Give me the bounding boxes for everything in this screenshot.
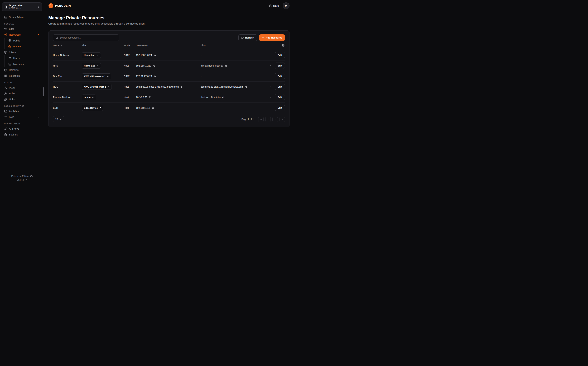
edit-button[interactable]: Edit: [275, 73, 285, 79]
row-menu-button[interactable]: [269, 107, 272, 109]
last-page-button[interactable]: [279, 117, 285, 122]
resource-name: Home Network: [53, 54, 82, 56]
avatar-initial: M: [285, 4, 287, 7]
site-link[interactable]: Office: [82, 94, 96, 100]
copy-icon[interactable]: [153, 64, 155, 67]
row-menu-button[interactable]: [269, 64, 272, 67]
sidebar: Organization ACME Corp. Server Admin Gen…: [0, 0, 44, 183]
column-header-site: Site: [82, 44, 124, 47]
sidebar-item-domains[interactable]: Domains: [2, 67, 42, 73]
sidebar-item-clients[interactable]: Clients: [2, 49, 42, 55]
sidebar-item-logs[interactable]: Logs: [2, 114, 42, 120]
prev-page-button[interactable]: [265, 117, 271, 122]
column-header-destination: Destination: [136, 44, 201, 47]
theme-toggle[interactable]: Dark: [269, 4, 279, 7]
resource-alias: mynas.home.internal: [201, 64, 223, 67]
sidebar-item-links[interactable]: Links: [2, 96, 42, 102]
row-menu-button[interactable]: [269, 54, 272, 56]
column-header-name[interactable]: Name: [53, 44, 82, 47]
add-resource-button[interactable]: Add Resource: [259, 34, 285, 41]
pagination: 20 Page 1 of 1: [53, 113, 285, 125]
sidebar-item-public[interactable]: Public: [6, 38, 42, 44]
site-link[interactable]: AWS VPC us-east-1: [82, 73, 111, 79]
sidebar-item-settings[interactable]: Settings: [2, 132, 42, 137]
edit-button[interactable]: Edit: [275, 105, 285, 111]
sidebar-item-server-admin[interactable]: Server Admin: [2, 14, 42, 20]
section-label-access: Access: [4, 82, 40, 84]
sidebar-item-private[interactable]: Private: [6, 44, 42, 49]
site-link[interactable]: Home Lab: [82, 63, 101, 69]
copy-icon[interactable]: [154, 75, 156, 77]
sidebar-item-label: Roles: [9, 92, 15, 95]
refresh-icon: [241, 37, 244, 39]
github-icon[interactable]: [30, 175, 33, 177]
page-size-select[interactable]: 20: [53, 116, 64, 122]
version-link[interactable]: v1.13.0: [0, 179, 44, 181]
sidebar-item-sites[interactable]: Sites: [2, 26, 42, 32]
version-label: v1.13.0: [17, 179, 24, 181]
resource-mode: CIDR: [124, 54, 136, 56]
search-icon: [55, 36, 58, 39]
edit-button[interactable]: Edit: [275, 94, 285, 100]
pangolin-logo-icon: [48, 3, 53, 8]
link-icon: [4, 98, 7, 101]
row-menu-button[interactable]: [269, 75, 272, 77]
row-menu-button[interactable]: [269, 96, 272, 99]
edition-label: Enterprise Edition: [11, 175, 29, 177]
resource-name: Remote Desktop: [53, 96, 82, 99]
chevron-down-icon: [37, 86, 40, 89]
sidebar-item-roles[interactable]: Roles: [2, 91, 42, 96]
sidebar-item-api-keys[interactable]: API Keys: [2, 126, 42, 132]
sidebar-scrollbar-thumb[interactable]: [43, 87, 44, 96]
resources-card: Refresh Add Resource Name Site Mode Dest…: [48, 30, 289, 127]
chevrons-up-down-icon: [37, 6, 40, 8]
resource-destination: postgres.us-east-1.rds.amazonaws.com: [136, 85, 179, 88]
sidebar-item-blueprints[interactable]: Blueprints: [2, 73, 42, 79]
copy-icon[interactable]: [180, 85, 183, 88]
toolbar: Refresh Add Resource: [53, 34, 285, 41]
site-link[interactable]: AWS VPC us-west-1: [82, 84, 112, 90]
sidebar-item-label: Logs: [9, 116, 14, 118]
search-input[interactable]: [60, 36, 117, 39]
table-row: RDS AWS VPC us-west-1 Host postgres.us-e…: [53, 82, 285, 92]
user-icon: [4, 86, 7, 89]
org-selector[interactable]: Organization ACME Corp.: [2, 2, 42, 11]
sidebar-item-analytics[interactable]: Analytics: [2, 108, 42, 114]
globe-icon: [8, 39, 11, 42]
row-menu-button[interactable]: [269, 85, 272, 88]
resource-alias: postgres.us-east-1.rds.amazonaws.com: [201, 85, 243, 88]
sidebar-item-label: Sites: [9, 28, 14, 30]
arrow-up-right-icon: [99, 107, 101, 109]
edit-button[interactable]: Edit: [275, 52, 285, 58]
sidebar-item-client-users[interactable]: Users: [6, 55, 42, 61]
resource-name: RDS: [53, 85, 82, 88]
section-label-organization: Organization: [4, 123, 40, 125]
columns-view-icon[interactable]: [282, 44, 285, 47]
site-link[interactable]: Edge Device: [82, 105, 103, 111]
first-page-button[interactable]: [258, 117, 264, 122]
copy-icon[interactable]: [149, 96, 151, 99]
brand[interactable]: PANGOLIN: [48, 3, 71, 8]
copy-icon[interactable]: [154, 54, 156, 56]
next-page-button[interactable]: [272, 117, 278, 122]
org-selector-value: ACME Corp.: [9, 7, 35, 10]
copy-icon[interactable]: [225, 64, 227, 67]
avatar[interactable]: M: [283, 2, 289, 9]
chart-line-icon: [4, 110, 7, 113]
copy-icon[interactable]: [152, 107, 154, 109]
refresh-label: Refresh: [245, 36, 254, 39]
copy-icon[interactable]: [245, 85, 247, 88]
sidebar-item-machines[interactable]: Machines: [6, 61, 42, 67]
users-icon: [4, 92, 7, 95]
server-icon: [8, 63, 11, 66]
edit-button[interactable]: Edit: [275, 62, 285, 69]
topbar: PANGOLIN Dark M: [48, 0, 289, 11]
sidebar-item-resources[interactable]: Resources: [2, 32, 42, 38]
sort-icon: [61, 44, 63, 47]
resource-destination: 10.30.0.53: [136, 96, 147, 99]
edit-button[interactable]: Edit: [275, 84, 285, 90]
sidebar-item-users[interactable]: Users: [2, 85, 42, 91]
site-link[interactable]: Home Lab: [82, 52, 101, 58]
refresh-button[interactable]: Refresh: [238, 34, 257, 41]
arrow-up-right-icon: [107, 86, 110, 88]
